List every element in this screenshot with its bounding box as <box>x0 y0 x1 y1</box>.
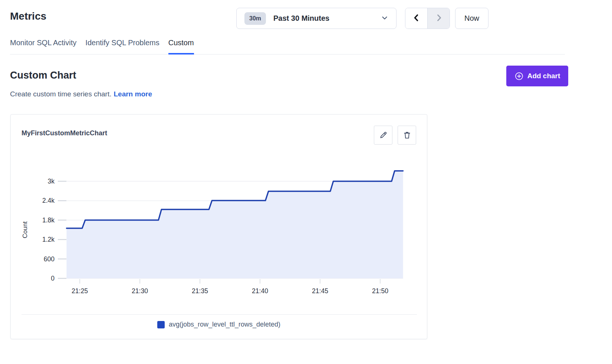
chevron-right-icon <box>434 13 443 23</box>
time-range-badge: 30m <box>244 12 266 25</box>
next-interval-button[interactable] <box>427 8 450 29</box>
chart-legend: avg(jobs_row_level_ttl_rows_deleted) <box>11 321 427 328</box>
pencil-icon <box>379 131 388 139</box>
section-heading: Custom Chart <box>10 70 76 81</box>
svg-text:21:25: 21:25 <box>72 287 88 295</box>
add-chart-label: Add chart <box>527 72 560 80</box>
chart-title: MyFirstCustomMetricChart <box>22 129 107 137</box>
svg-text:21:50: 21:50 <box>372 287 388 295</box>
delete-chart-button[interactable] <box>398 126 416 145</box>
svg-text:0: 0 <box>51 275 55 282</box>
time-step-buttons <box>405 8 450 29</box>
time-controls: 30m Past 30 Minutes Now <box>236 8 488 29</box>
svg-text:1.2k: 1.2k <box>42 236 55 243</box>
legend-item[interactable]: avg(jobs_row_level_ttl_rows_deleted) <box>157 321 280 328</box>
svg-text:600: 600 <box>44 255 55 263</box>
svg-text:1.8k: 1.8k <box>42 216 55 224</box>
plus-circle-icon <box>514 72 524 81</box>
legend-label: avg(jobs_row_level_ttl_rows_deleted) <box>169 321 280 328</box>
now-button[interactable]: Now <box>455 8 488 29</box>
time-range-dropdown[interactable]: 30m Past 30 Minutes <box>236 8 397 29</box>
tab-bar: Monitor SQL Activity Identify SQL Proble… <box>10 37 565 54</box>
metrics-page: Metrics 30m Past 30 Minutes Now Monito <box>0 0 612 364</box>
chart-plot: 06001.2k1.8k2.4k3k21:2521:3021:3521:4021… <box>11 115 428 340</box>
section-description: Create custom time series chart.Learn mo… <box>10 90 152 98</box>
svg-text:21:30: 21:30 <box>132 287 148 295</box>
custom-chart-card: MyFirstCustomMetricChart 06001.2k1.8k2.4… <box>10 114 427 339</box>
chevron-left-icon <box>412 13 421 23</box>
learn-more-link[interactable]: Learn more <box>113 90 152 98</box>
tab-custom[interactable]: Custom <box>168 37 194 54</box>
tab-monitor-sql-activity[interactable]: Monitor SQL Activity <box>10 37 76 54</box>
svg-text:Count: Count <box>22 221 29 238</box>
time-range-label: Past 30 Minutes <box>273 14 381 23</box>
svg-text:3k: 3k <box>48 178 55 185</box>
svg-text:21:45: 21:45 <box>312 287 328 295</box>
svg-text:21:40: 21:40 <box>252 287 268 295</box>
legend-swatch <box>157 321 165 328</box>
add-chart-button[interactable]: Add chart <box>506 66 568 86</box>
trash-icon <box>403 131 411 139</box>
svg-text:2.4k: 2.4k <box>42 197 55 204</box>
page-title: Metrics <box>10 10 46 22</box>
prev-interval-button[interactable] <box>405 8 427 29</box>
card-divider <box>22 314 417 315</box>
svg-text:21:35: 21:35 <box>192 287 208 295</box>
tab-identify-sql-problems[interactable]: Identify SQL Problems <box>85 37 159 54</box>
edit-chart-button[interactable] <box>374 126 392 145</box>
chevron-down-icon <box>381 14 389 23</box>
